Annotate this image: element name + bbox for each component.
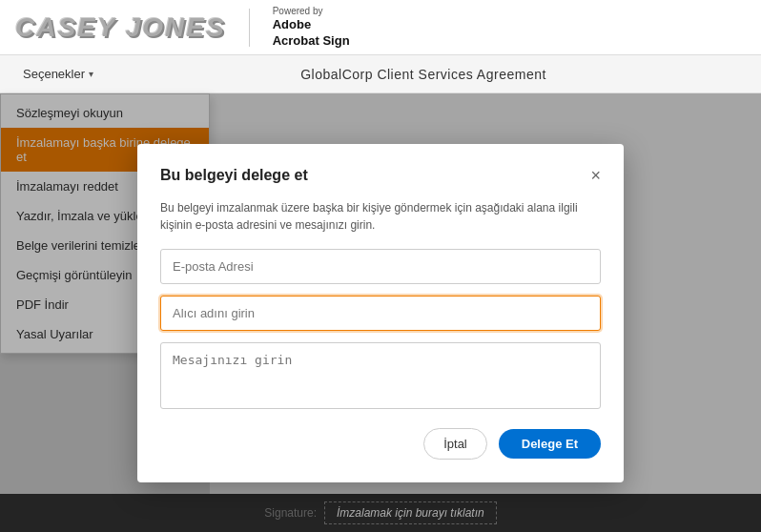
main-content: Başlat Signature: İmzalamak için burayı … (0, 93, 761, 532)
powered-by-label: Powered by (273, 5, 350, 17)
logo: CASEY JONES (15, 12, 226, 43)
message-input[interactable] (160, 342, 601, 409)
options-label: Seçenekler (23, 67, 85, 81)
topnav: Seçenekler ▾ GlobalCorp Client Services … (0, 55, 761, 93)
document-title: GlobalCorp Client Services Agreement (101, 67, 746, 82)
sign-label: Acrobat Sign (273, 33, 350, 50)
options-button[interactable]: Seçenekler ▾ (15, 63, 101, 85)
close-icon[interactable]: × (590, 167, 601, 184)
modal-footer: İptal Delege Et (160, 428, 601, 460)
logo-area: CASEY JONES Powered by Adobe Acrobat Sig… (15, 5, 350, 50)
recipient-name-input[interactable] (160, 296, 601, 331)
delegate-modal: Bu belgeyi delege et × Bu belgeyi imzala… (137, 144, 624, 482)
modal-description: Bu belgeyi imzalanmak üzere başka bir ki… (160, 199, 601, 234)
adobe-label: Adobe (273, 17, 350, 33)
email-input[interactable] (160, 249, 601, 284)
chevron-down-icon: ▾ (89, 69, 93, 79)
powered-by: Powered by Adobe Acrobat Sign (273, 5, 350, 50)
header: CASEY JONES Powered by Adobe Acrobat Sig… (0, 0, 761, 55)
cancel-button[interactable]: İptal (423, 428, 487, 460)
header-divider (249, 9, 250, 47)
modal-header: Bu belgeyi delege et × (160, 167, 601, 184)
modal-title: Bu belgeyi delege et (160, 167, 308, 184)
modal-overlay: Bu belgeyi delege et × Bu belgeyi imzala… (0, 93, 761, 532)
delegate-button[interactable]: Delege Et (499, 429, 601, 459)
